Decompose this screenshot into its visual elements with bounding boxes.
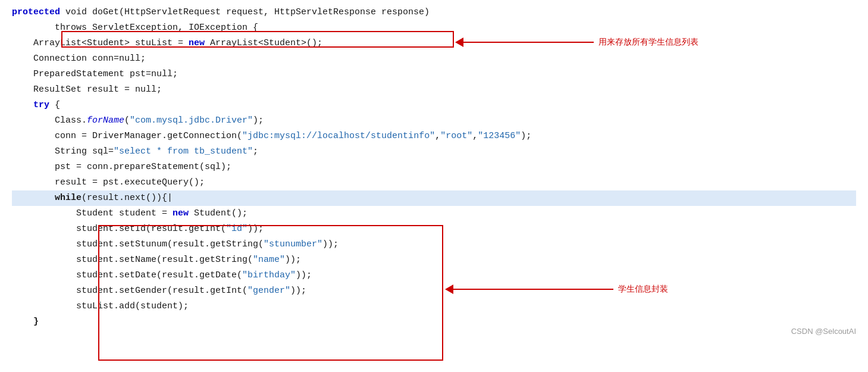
code-line-7: try { (12, 98, 856, 113)
code-line-5: PreparedStatement pst=null; (12, 67, 856, 82)
code-line-4: Connection conn=null; (12, 51, 856, 67)
code-line-13: while(result.next()){| (12, 190, 856, 206)
code-line-16: student.setStunum(result.getString("stun… (12, 237, 856, 252)
code-line-3: ArrayList<Student> stuList = new ArrayLi… (12, 36, 856, 51)
code-line-12: result = pst.executeQuery(); (12, 175, 856, 190)
code-line-18: student.setDate(result.getDate("birthday… (12, 268, 856, 283)
code-line-1: protected void doGet(HttpServletRequest … (12, 5, 856, 20)
code-line-20: stuList.add(student); (12, 299, 856, 314)
code-line-9: conn = DriverManager.getConnection("jdbc… (12, 129, 856, 144)
code-line-8: Class.forName("com.mysql.jdbc.Driver"); (12, 113, 856, 129)
code-line-14: Student student = new Student(); (12, 206, 856, 221)
code-line-19: student.setGender(result.getInt("gender"… (12, 283, 856, 299)
code-area: protected void doGet(HttpServletRequest … (0, 0, 868, 342)
code-line-17: student.setName(result.getString("name")… (12, 252, 856, 268)
code-line-6: ResultSet result = null; (12, 82, 856, 98)
code-line-10: String sql="select * from tb_student"; (12, 144, 856, 160)
code-line-11: pst = conn.prepareStatement(sql); (12, 160, 856, 175)
code-line-21: } (12, 314, 856, 330)
watermark: CSDN @SelcoutAI (791, 326, 856, 338)
code-line-15: student.setId(result.getInt("id")); (12, 221, 856, 237)
code-line-2: throws ServletException, IOException { (12, 20, 856, 36)
